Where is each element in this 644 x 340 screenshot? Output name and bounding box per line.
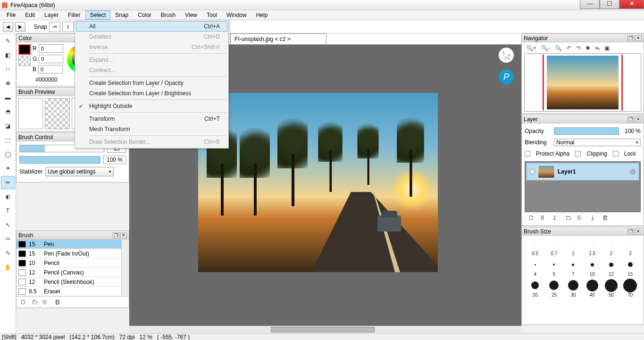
redo-button[interactable]: ▶ [15, 22, 25, 32]
panel-close-icon[interactable]: ✕ [120, 232, 127, 238]
brush-list-item[interactable]: 15Pen⚙ [17, 240, 129, 249]
new-layer-8-icon[interactable]: 8 [541, 214, 548, 222]
brush-size-dot[interactable] [526, 279, 544, 291]
brush-size-dot[interactable] [544, 279, 563, 291]
brush-size-dot[interactable] [564, 279, 583, 291]
magic-wand-tool[interactable]: ✦ [1, 162, 15, 175]
menu-file[interactable]: File [2, 10, 20, 20]
brush-list-item[interactable]: 15Pen (Fade In/Out) [17, 249, 129, 258]
brush-list-item[interactable]: 12Pencil (Canvas) [17, 268, 129, 277]
brush-list-item[interactable]: 12Pencil (Sketchbook) [17, 277, 129, 287]
alpaca-badge[interactable]: 🦙 [499, 48, 514, 63]
foreground-swatch[interactable] [18, 44, 31, 55]
zoom-fit-icon[interactable]: 🔍 [555, 45, 562, 51]
duplicate-layer-icon[interactable]: ⎘ [577, 214, 585, 222]
duplicate-brush-icon[interactable]: ⎘ [43, 299, 50, 306]
close-button[interactable]: ✕ [619, 0, 644, 9]
brush-size-dot[interactable] [526, 238, 544, 250]
menu-layer[interactable]: Layer [40, 10, 63, 20]
brush-list-item[interactable]: 8.5Eraser [17, 287, 129, 296]
eyedropper-tool[interactable]: ✎ [1, 247, 15, 260]
divide-tool[interactable]: ✂ [1, 232, 15, 246]
undo-button[interactable]: ◀ [3, 22, 13, 32]
menu-help[interactable]: Help [251, 10, 273, 20]
eraser-tool[interactable]: ◧ [1, 49, 15, 62]
rotate-left-icon[interactable]: ↶ [567, 45, 571, 51]
protect-alpha-checkbox[interactable] [525, 151, 530, 157]
panel-close-icon[interactable]: ✕ [635, 229, 642, 234]
select-rect-tool[interactable]: ⬚ [1, 133, 15, 147]
new-layer-icon[interactable]: 🗋 [528, 214, 536, 222]
snap-mode-1[interactable]: ∥ [62, 22, 74, 32]
move-tool[interactable]: ✥ [1, 77, 15, 90]
panel-close-icon[interactable]: ✕ [635, 35, 642, 41]
zoom-in-icon[interactable]: 🔍+ [526, 45, 536, 51]
menu-filter[interactable]: Filter [63, 10, 85, 20]
new-brush-icon[interactable]: 🗋 [20, 299, 28, 306]
flip-icon[interactable]: ⇋ [595, 45, 600, 51]
layer-visibility-icon[interactable] [529, 169, 535, 174]
new-folder-icon[interactable]: 🗀 [565, 214, 573, 222]
stabilizer-select[interactable]: Use global settings [45, 167, 114, 176]
brush-tool[interactable]: ✎ [1, 34, 15, 48]
rotate-right-icon[interactable]: ↷ [576, 45, 581, 51]
brush-size-dot[interactable] [621, 238, 640, 250]
menu-tool[interactable]: Tool [202, 10, 222, 20]
select-pen-tool[interactable]: ✏ [1, 176, 15, 189]
brush-size-dot[interactable] [526, 258, 544, 271]
canvas-image[interactable] [198, 93, 438, 272]
blending-select[interactable]: Normal [554, 139, 641, 146]
menu-window[interactable]: Window [222, 10, 251, 20]
brush-opacity-value[interactable]: 100 % [103, 156, 126, 164]
menu-select[interactable]: Select [85, 10, 110, 20]
panel-undock-icon[interactable]: ❐ [627, 116, 634, 122]
brush-list-item[interactable]: 10Pencil [17, 258, 129, 268]
new-layer-1-icon[interactable]: 1 [553, 214, 560, 222]
bucket-tool[interactable]: ◓ [1, 105, 15, 118]
panel-undock-icon[interactable]: ❐ [627, 35, 634, 41]
flip-icon-2[interactable]: ▣ [604, 45, 610, 51]
brush-size-dot[interactable] [544, 258, 563, 271]
brush-size-dot[interactable] [621, 279, 640, 291]
brush-size-dot[interactable] [583, 258, 602, 271]
lock-checkbox[interactable] [613, 151, 619, 157]
layer-settings-icon[interactable]: ⚙ [629, 167, 636, 176]
menu-item-create-selection-from-layer-opacity[interactable]: Create Selection from Layer / Opacity [76, 78, 227, 88]
brush-size-dot[interactable] [602, 279, 620, 291]
text-tool[interactable]: T [1, 204, 15, 217]
select-eraser-tool[interactable]: ◐ [1, 190, 15, 203]
panel-close-icon[interactable]: ✕ [635, 116, 642, 122]
menu-item-highlight-outside[interactable]: ✔Highlight Outside [76, 101, 227, 111]
brush-opacity-slider[interactable] [19, 156, 100, 164]
horizontal-scrollbar[interactable] [129, 326, 521, 333]
brush-size-dot[interactable] [564, 238, 583, 250]
delete-layer-icon[interactable]: 🗑 [602, 214, 610, 222]
dot-tool[interactable]: ∷ [1, 63, 15, 76]
gradient-tool[interactable]: ◪ [1, 119, 15, 133]
g-input[interactable] [39, 55, 63, 63]
panel-undock-icon[interactable]: ❐ [113, 232, 119, 238]
menu-item-create-selection-from-layer-brightness[interactable]: Create Selection from Layer / Brightness [76, 88, 227, 99]
menu-item-all[interactable]: AllCtrl+A [76, 21, 227, 32]
document-tab[interactable]: FI-unsplash.jpg < c2 > [230, 33, 326, 44]
snap-off-button[interactable]: off [49, 22, 60, 32]
menu-snap[interactable]: Snap [110, 10, 133, 20]
layer-opacity-slider[interactable] [554, 127, 619, 135]
brush-size-dot[interactable] [564, 258, 583, 271]
maximize-button[interactable]: ☐ [600, 0, 619, 9]
zoom-out-icon[interactable]: 🔍- [541, 45, 550, 51]
menu-view[interactable]: View [180, 10, 202, 20]
hand-tool[interactable]: ✋ [1, 261, 15, 274]
b-input[interactable] [38, 65, 63, 74]
p-badge[interactable]: P [499, 69, 514, 84]
background-swatch[interactable] [18, 56, 31, 66]
panel-undock-icon[interactable]: ❐ [627, 229, 634, 234]
clipping-checkbox[interactable] [575, 151, 581, 157]
minimize-button[interactable]: — [580, 0, 600, 9]
brush-size-dot[interactable] [544, 238, 563, 250]
menu-edit[interactable]: Edit [20, 10, 40, 20]
brush-size-dot[interactable] [583, 279, 602, 291]
operation-tool[interactable]: ↖ [1, 218, 15, 232]
brush-size-dot[interactable] [583, 238, 602, 250]
brush-scrollbar[interactable] [121, 240, 129, 296]
